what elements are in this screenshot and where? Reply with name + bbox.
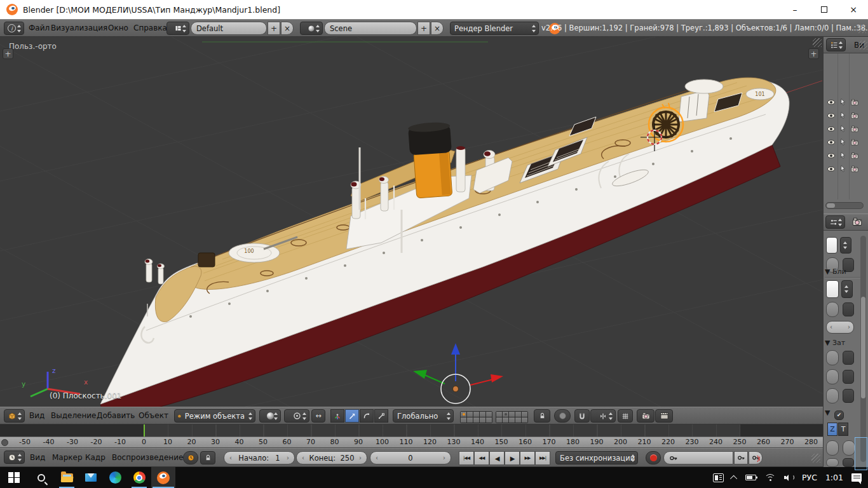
- manipulator-rotate-button[interactable]: [360, 409, 374, 423]
- layer-cell[interactable]: [461, 417, 466, 423]
- layer-cell[interactable]: [522, 417, 527, 423]
- visibility-eye-icon[interactable]: [827, 151, 836, 160]
- visibility-eye-icon[interactable]: [827, 111, 836, 120]
- properties-editor-type-button[interactable]: [825, 215, 845, 229]
- layer-cell[interactable]: [467, 417, 473, 423]
- jump-to-start-button[interactable]: |◀◀: [459, 451, 474, 465]
- panel-specular-header[interactable]: ▼ Бли: [825, 268, 846, 276]
- specular-intensity-slider[interactable]: [826, 302, 839, 317]
- timeline-menu-marker[interactable]: Маркер: [52, 453, 83, 462]
- transparency-checkbox[interactable]: ✔: [834, 410, 844, 420]
- raytrace-button[interactable]: T: [838, 423, 848, 436]
- delete-keyframe-button[interactable]: [749, 451, 763, 464]
- material-slot-stepper[interactable]: [840, 237, 851, 254]
- info-editor-type-button[interactable]: i: [4, 22, 24, 35]
- hardness-increment[interactable]: ›: [848, 324, 850, 330]
- frame-increment-arrow[interactable]: ›: [443, 455, 445, 461]
- specular-alpha-slider[interactable]: [826, 458, 839, 467]
- tangent-toggle[interactable]: [843, 370, 854, 384]
- emit-slider[interactable]: [826, 350, 839, 365]
- current-frame-field[interactable]: ‹ 0 ›: [370, 451, 451, 464]
- lock-to-scene-button[interactable]: [534, 409, 550, 423]
- screen-layout-icon-button[interactable]: [166, 22, 189, 35]
- layer-cell[interactable]: [503, 412, 508, 417]
- selectability-cursor-icon[interactable]: [839, 151, 847, 159]
- timeline-resize-hatch[interactable]: [811, 454, 820, 463]
- timeline-lock-button[interactable]: [200, 451, 215, 464]
- layer-cell[interactable]: [486, 417, 492, 423]
- translucency-slider[interactable]: [826, 388, 839, 403]
- layer-cell[interactable]: [496, 412, 502, 417]
- window-titlebar[interactable]: Blender [D:\МОИ МОДЕЛИ\USSA\Тип Манджур\…: [0, 0, 868, 19]
- menu-window[interactable]: Окно: [108, 24, 128, 32]
- layer-cell[interactable]: [480, 412, 485, 417]
- screen-layout-remove-button[interactable]: ×: [281, 22, 294, 35]
- wifi-icon[interactable]: [764, 474, 776, 482]
- layer-cell[interactable]: [461, 412, 466, 417]
- selectability-cursor-icon[interactable]: [839, 98, 847, 106]
- start-frame-field[interactable]: ‹ Начало: 1 ›: [224, 451, 295, 464]
- renderability-camera-icon[interactable]: [850, 111, 859, 120]
- snap-element-dropdown[interactable]: [590, 409, 616, 423]
- view3d-editor-type-button[interactable]: [4, 409, 25, 423]
- outliner-scrollbar[interactable]: [825, 202, 864, 209]
- pivot-point-dropdown[interactable]: [284, 409, 309, 423]
- next-keyframe-button[interactable]: ▶▶: [520, 451, 535, 465]
- fresnel-slider[interactable]: [843, 440, 855, 456]
- volume-icon[interactable]: [784, 474, 794, 482]
- layer-cell[interactable]: [515, 412, 521, 417]
- taskbar-mail[interactable]: [79, 467, 103, 488]
- ambient-slider[interactable]: [826, 369, 839, 384]
- specular-stepper[interactable]: [841, 280, 853, 298]
- hardness-slider[interactable]: ‹ ›: [826, 321, 854, 334]
- start-increment-arrow[interactable]: ›: [287, 455, 289, 461]
- alpha-slider[interactable]: [826, 440, 839, 456]
- ztransparency-button[interactable]: Z: [827, 423, 837, 436]
- tray-chevron-up-icon[interactable]: [730, 475, 737, 482]
- outliner-corner-hatch[interactable]: [858, 41, 867, 50]
- taskbar-edge[interactable]: [103, 467, 127, 488]
- menu-select[interactable]: Выделение: [51, 411, 96, 420]
- previous-keyframe-button[interactable]: ◀◀: [474, 451, 489, 465]
- renderability-camera-icon[interactable]: [850, 138, 859, 147]
- maximize-button[interactable]: [810, 0, 839, 19]
- render-opengl-anim-button[interactable]: [655, 409, 673, 423]
- properties-expand-tab[interactable]: +: [808, 48, 819, 59]
- viewport-3d[interactable]: 100 101: [0, 37, 823, 407]
- layer-cell[interactable]: [503, 417, 508, 423]
- frame-decrement-arrow[interactable]: ‹: [376, 455, 378, 461]
- layer-cell[interactable]: [509, 417, 515, 423]
- renderability-camera-icon[interactable]: [850, 165, 859, 173]
- material-slot-swatch[interactable]: [826, 237, 837, 254]
- specular-ramp-toggle[interactable]: [843, 302, 854, 316]
- outliner-editor[interactable]: Ви: [824, 37, 868, 214]
- screen-layout-field[interactable]: Default: [191, 22, 267, 35]
- scene-icon-button[interactable]: [300, 22, 323, 35]
- current-frame-line[interactable]: [144, 424, 145, 437]
- manipulator-scale-button[interactable]: [374, 409, 388, 423]
- taskbar-chrome[interactable]: [127, 467, 151, 488]
- clock-time[interactable]: 1:01: [825, 473, 843, 482]
- selectability-cursor-icon[interactable]: [839, 138, 847, 146]
- keying-set-field[interactable]: [663, 451, 733, 464]
- renderability-camera-icon[interactable]: [850, 151, 859, 160]
- snap-toggle-button[interactable]: [574, 409, 590, 423]
- hardness-decrement[interactable]: ‹: [830, 324, 832, 330]
- snap-grid-button[interactable]: [618, 409, 633, 423]
- layer-cell[interactable]: [480, 417, 485, 423]
- layer-cell[interactable]: [509, 412, 515, 417]
- layer-cell[interactable]: [515, 417, 521, 423]
- render-engine-dropdown[interactable]: Рендер Blender: [450, 22, 539, 35]
- layer-cell[interactable]: [522, 412, 527, 417]
- render-tab[interactable]: [851, 216, 863, 227]
- properties-scrollbar[interactable]: [860, 236, 866, 462]
- header-resize-hatch[interactable]: [857, 24, 866, 33]
- window-resize-highlight[interactable]: [855, 437, 867, 470]
- layer-cell[interactable]: [467, 412, 473, 417]
- menu-object[interactable]: Объект: [139, 411, 168, 420]
- layer-cell[interactable]: [496, 417, 502, 423]
- battery-icon[interactable]: [745, 475, 756, 480]
- cubic-toggle[interactable]: [843, 389, 854, 403]
- taskbar-blender-active[interactable]: [151, 467, 175, 488]
- timeline-menu-playback[interactable]: Воспроизведение: [112, 453, 183, 462]
